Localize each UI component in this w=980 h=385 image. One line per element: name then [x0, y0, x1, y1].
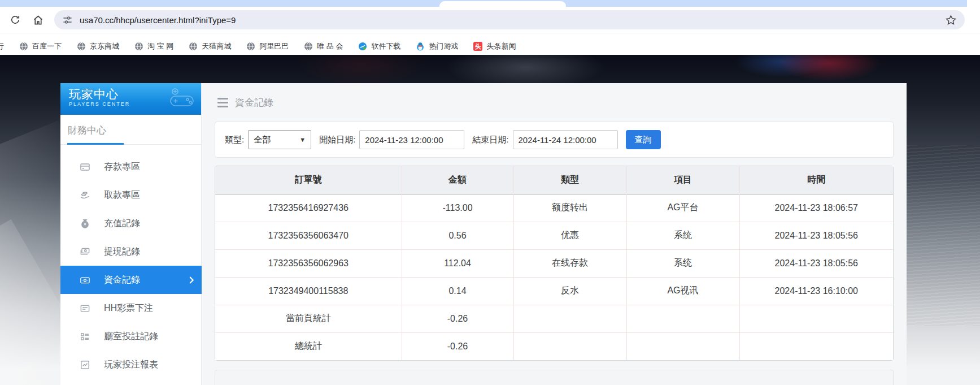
url-bar[interactable]: usa70.cc/hhcp/usercenter.html?iniType=9	[54, 10, 965, 29]
table-row: 1732349400115838 0.14 反水 AG视讯 2024-11-23…	[215, 277, 893, 305]
bookmark-item[interactable]: 阿里巴巴	[246, 41, 289, 51]
sidebar-menu: 存款專區 取款專區 ¥ 充值記錄	[60, 153, 201, 379]
banknotes-icon	[79, 246, 90, 257]
funds-icon	[79, 274, 90, 285]
table-cell: 2024-11-23 18:05:56	[739, 249, 893, 277]
bookmark-label: 软件下载	[371, 41, 400, 51]
table-cell: 1732356416927436	[215, 194, 402, 222]
sidebar: 玩家中心 PLAYERS CENTER 財務中心	[60, 83, 202, 385]
background-texture	[905, 145, 980, 326]
sidebar-item-label: 資金記錄	[104, 274, 140, 286]
globe-icon	[19, 42, 28, 51]
bookmark-item[interactable]: 淘 宝 网	[134, 41, 173, 51]
end-date-input[interactable]	[513, 130, 618, 149]
table-cell: 系统	[626, 222, 739, 249]
end-date-label: 結束日期:	[472, 135, 508, 145]
bookmark-item[interactable]: 行	[0, 41, 4, 51]
reload-button[interactable]	[6, 10, 25, 29]
sidebar-banner: 玩家中心 PLAYERS CENTER	[60, 83, 201, 115]
sidebar-item-label: 充值記錄	[104, 218, 140, 230]
bookmark-item[interactable]: 天猫商城	[189, 41, 231, 51]
table-cell: 112.04	[402, 249, 513, 277]
globe-icon	[77, 42, 86, 51]
bookmark-label: 百度一下	[32, 41, 62, 51]
reload-icon	[10, 14, 21, 25]
pagination-bar	[215, 370, 894, 385]
home-icon	[32, 14, 44, 26]
deposit-card-icon	[79, 161, 90, 172]
sidebar-item-cashout[interactable]: 提現記錄	[60, 237, 201, 266]
page-background: 玩家中心 PLAYERS CENTER 財務中心	[0, 55, 980, 385]
table-cell: 0.56	[402, 222, 513, 249]
type-filter-label: 類型:	[225, 135, 244, 145]
sidebar-item-funds-active[interactable]: 資金記錄	[60, 266, 204, 294]
table-cell: 1732356356063470	[215, 222, 402, 249]
table-cell: AG平台	[626, 194, 739, 222]
bookmark-item[interactable]: 头 头条新闻	[473, 41, 516, 51]
bookmark-item[interactable]: 热门游戏	[416, 41, 458, 51]
content-card: 玩家中心 PLAYERS CENTER 財務中心	[60, 83, 905, 385]
table-cell: 2024-11-23 16:10:00	[739, 277, 893, 305]
sidebar-item-label: 玩家投注報表	[104, 359, 158, 371]
sidebar-item-bet-report[interactable]: 玩家投注報表	[60, 351, 201, 379]
globe-icon	[134, 42, 143, 51]
table-cell: -113.00	[402, 194, 513, 222]
table-cell	[513, 332, 626, 360]
active-tab[interactable]	[439, 1, 566, 7]
tab-strip[interactable]	[0, 0, 980, 7]
globe-icon	[189, 42, 198, 51]
sidebar-item-label: HH彩票下注	[104, 302, 153, 314]
toutiao-icon: 头	[473, 42, 482, 51]
main-panel: 資金記錄 類型: 全部 ▼ 開始日期: 結束日期: 查詢	[202, 83, 907, 385]
bookmark-label: 唯 品 会	[317, 41, 343, 51]
ticket-list-icon	[79, 302, 90, 314]
table-header-row: 訂單號 金額 類型 項目 時間	[215, 166, 893, 194]
type-select[interactable]: 全部 ▼	[248, 130, 311, 149]
table-cell: 额度转出	[513, 194, 626, 222]
type-select-value: 全部	[254, 135, 271, 145]
sidebar-item-deposit[interactable]: 存款專區	[60, 153, 201, 181]
bookmark-item[interactable]: 京东商城	[77, 41, 119, 51]
sidebar-item-recharge[interactable]: ¥ 充值記錄	[60, 209, 201, 237]
bookmarks-bar: 行 百度一下 京东商城 淘 宝 网 天猫商城 阿里巴巴 唯 品 会 软件下载	[0, 33, 980, 55]
bookmark-item[interactable]: 百度一下	[19, 41, 62, 51]
table-cell: 反水	[513, 277, 626, 305]
column-header-time: 時間	[739, 166, 893, 194]
hand-coins-icon	[79, 189, 90, 201]
site-info-icon[interactable]	[62, 15, 73, 25]
table-row-page-total: 當前頁統計 -0.26	[215, 305, 893, 332]
bookmark-item[interactable]: 软件下载	[358, 41, 400, 51]
sidebar-item-lottery-bets[interactable]: HH彩票下注	[60, 294, 201, 322]
table-row-grand-total: 總統計 -0.26	[215, 332, 893, 360]
chevron-down-icon: ▼	[299, 136, 306, 143]
chevron-right-icon	[189, 276, 194, 286]
filter-bar: 類型: 全部 ▼ 開始日期: 結束日期: 查詢	[215, 122, 894, 158]
start-date-label: 開始日期:	[319, 135, 355, 145]
table-cell: -0.26	[402, 305, 513, 332]
browser-window: usa70.cc/hhcp/usercenter.html?iniType=9 …	[0, 0, 980, 385]
hamburger-icon[interactable]	[217, 98, 228, 107]
sidebar-item-label: 取款專區	[104, 189, 140, 201]
table-cell: 系统	[626, 249, 739, 277]
table-row: 1732356356063470 0.56 优惠 系统 2024-11-23 1…	[215, 222, 893, 249]
home-button[interactable]	[28, 10, 47, 29]
table-cell: AG视讯	[626, 277, 739, 305]
sidebar-item-withdraw[interactable]: 取款專區	[60, 181, 201, 209]
svg-text:¥: ¥	[84, 222, 86, 227]
sidebar-item-hall-bet-records[interactable]: 廳室投註記錄	[60, 322, 201, 351]
table-cell	[626, 305, 739, 332]
table-cell: 總統計	[215, 332, 402, 360]
table-cell: 2024-11-23 18:06:57	[739, 194, 893, 222]
main-header: 資金記錄	[202, 83, 907, 122]
url-text[interactable]: usa70.cc/hhcp/usercenter.html?iniType=9	[80, 15, 945, 25]
bookmark-item[interactable]: 唯 品 会	[304, 41, 343, 51]
tab-strip-end	[967, 0, 980, 7]
page-title: 資金記錄	[235, 96, 273, 109]
table-cell: 當前頁統計	[215, 305, 402, 332]
funds-table: 訂單號 金額 類型 項目 時間 1732356416927436	[215, 166, 894, 361]
bookmark-star-icon[interactable]	[945, 14, 957, 26]
search-button[interactable]: 查詢	[626, 130, 661, 149]
table-row: 1732356416927436 -113.00 额度转出 AG平台 2024-…	[215, 194, 893, 222]
bookmark-label: 天猫商城	[202, 41, 231, 51]
start-date-input[interactable]	[359, 130, 464, 149]
